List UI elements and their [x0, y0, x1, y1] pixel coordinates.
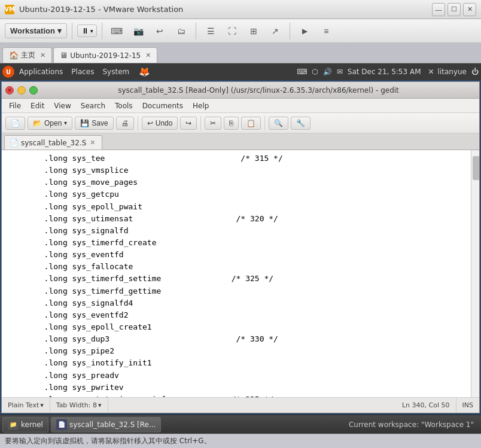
volume-icon: 🔊: [323, 68, 332, 76]
code-line: .long sys_pipe2: [7, 345, 466, 357]
gedit-file-tab[interactable]: 📄 syscall_table_32.S ✕: [4, 135, 102, 150]
user-menu[interactable]: litanyue: [438, 68, 467, 76]
file-tab-name: syscall_table_32.S: [21, 139, 86, 147]
plain-text-dropdown[interactable]: Plain Text ▾: [8, 401, 44, 409]
gedit-help-menu[interactable]: Help: [188, 100, 214, 111]
kernel-taskbar-btn[interactable]: 📁 kernel: [2, 417, 48, 432]
places-menu[interactable]: Places: [68, 66, 98, 77]
cut-button[interactable]: ✂: [205, 117, 221, 130]
gedit-documents-menu[interactable]: Documents: [138, 100, 188, 111]
toolbar-separator: [72, 23, 72, 39]
gedit-statusbar: Plain Text ▾ Tab Width: 8 ▾ Ln 340, Col …: [2, 397, 479, 413]
code-line: .long sys_eventfd2: [7, 309, 466, 321]
gedit-edit-menu[interactable]: Edit: [26, 100, 49, 111]
tab-width-label: Tab Width: 8: [56, 401, 97, 409]
panel-close-icon[interactable]: ✕: [428, 68, 434, 76]
workspace-label: Current workspace: "Workspace 1": [349, 420, 474, 429]
ins-label: INS: [462, 401, 473, 409]
gedit-btn-icon: 📄: [56, 419, 67, 430]
pause-dropdown-icon: ▾: [90, 28, 93, 34]
copy-button[interactable]: ⎘: [224, 117, 239, 130]
vm-settings-button[interactable]: ☰: [201, 23, 220, 39]
minimize-button[interactable]: —: [432, 3, 445, 16]
extra-button[interactable]: ≡: [316, 23, 336, 39]
undo-icon: ↩: [147, 119, 153, 127]
ubuntu-top-panel: U Applications Places System 🦊 ⌨ ⬡ 🔊 ✉ S…: [0, 63, 481, 80]
window-title: Ubuntu-2019-12-15 - VMware Workstation: [19, 5, 427, 14]
find-button[interactable]: 🔍: [269, 117, 288, 130]
gedit-minimize-button[interactable]: [17, 86, 26, 95]
snapshot-button[interactable]: 📷: [129, 23, 148, 39]
ubuntu-tab-close[interactable]: ✕: [145, 51, 151, 59]
code-line: .long sys_signalfd4: [7, 297, 466, 309]
vertical-scrollbar[interactable]: [471, 150, 479, 397]
code-line: .long sys_dup3 /* 330 */: [7, 333, 466, 345]
toolbar-sep-2: [200, 116, 201, 130]
ubuntu-tab-label: Ubuntu-2019-12-15: [70, 51, 141, 60]
filetype-dropdown-icon: ▾: [40, 401, 44, 409]
gedit-file-menu[interactable]: File: [4, 100, 26, 111]
close-button[interactable]: ✕: [463, 3, 476, 16]
open-button[interactable]: 📂 Open ▾: [28, 117, 72, 130]
tab-width-section[interactable]: Tab Width: 8 ▾: [50, 398, 108, 413]
kernel-btn-icon: 📁: [8, 419, 19, 430]
gedit-view-menu[interactable]: View: [49, 100, 75, 111]
code-line: .long sys_epoll_create1: [7, 321, 466, 333]
file-tab-close[interactable]: ✕: [90, 139, 95, 147]
find-icon: 🔍: [274, 119, 283, 127]
code-line: .long sys_inotify_init1: [7, 357, 466, 369]
ln-col-label: Ln 340, Col 50: [402, 401, 450, 409]
workstation-menu[interactable]: Workstation ▾: [5, 23, 67, 38]
maximize-button[interactable]: ☐: [447, 3, 461, 16]
send-to-button[interactable]: ↗: [266, 23, 285, 39]
open-dropdown-icon: ▾: [64, 120, 67, 126]
filetype-section[interactable]: Plain Text ▾: [2, 398, 50, 413]
code-line: .long sys_move_pages: [7, 176, 466, 188]
redo-button[interactable]: ↪: [180, 117, 197, 130]
ubuntu-tab[interactable]: 🖥 Ubuntu-2019-12-15 ✕: [53, 47, 157, 63]
code-line: .long sys_preadv: [7, 370, 466, 382]
notification-text: 要将输入定向到该虚拟机，请将鼠标指针移入其中或按 Ctrl+G。: [5, 436, 211, 446]
code-line: .long sys_fallocate: [7, 261, 466, 273]
gedit-taskbar-btn[interactable]: 📄 syscall_table_32.S [Re...: [51, 417, 161, 432]
fullscreen-button[interactable]: ⛶: [223, 23, 242, 39]
gedit-tools-menu[interactable]: Tools: [110, 100, 138, 111]
applications-menu[interactable]: Applications: [16, 66, 66, 77]
window-controls: — ☐ ✕: [432, 3, 476, 16]
snapshot-manager-button[interactable]: 🗂: [172, 23, 191, 39]
code-line: .long sys_pwritev: [7, 382, 466, 394]
replace-button[interactable]: 🔧: [291, 117, 310, 130]
undo-button[interactable]: ↩ Undo: [142, 117, 178, 130]
code-editor[interactable]: .long sys_tee /* 315 */ .long sys_vmspli…: [2, 150, 479, 397]
scrollbar-thumb[interactable]: [473, 156, 479, 180]
paste-button[interactable]: 📋: [241, 117, 261, 130]
gedit-search-menu[interactable]: Search: [76, 100, 110, 111]
new-button[interactable]: 📄: [5, 117, 25, 130]
print-button[interactable]: 🖨: [116, 117, 134, 130]
home-tab[interactable]: 🏠 主页 ✕: [2, 47, 52, 63]
open-label: Open: [44, 119, 62, 127]
tab-width-dropdown-icon: ▾: [98, 401, 102, 409]
revert-button[interactable]: ↩: [150, 23, 169, 39]
save-button[interactable]: 💾 Save: [75, 117, 113, 130]
shutdown-icon[interactable]: ⏻: [471, 68, 479, 76]
new-icon: 📄: [11, 119, 20, 127]
gedit-tab-bar: 📄 syscall_table_32.S ✕: [2, 133, 479, 150]
workstation-label: Workstation: [10, 26, 55, 35]
code-line: .long sys_signalfd: [7, 225, 466, 237]
unity-button[interactable]: ⊞: [244, 23, 263, 39]
system-menu[interactable]: System: [99, 66, 133, 77]
file-tab-icon: 📄: [10, 139, 19, 147]
save-icon: 💾: [80, 119, 89, 127]
gedit-maximize-button[interactable]: [29, 86, 38, 95]
pause-button[interactable]: ⏸ ▾: [77, 25, 98, 37]
code-line: .long sys_rt_tgsigqueueinfo /* 335 */: [7, 394, 466, 397]
home-tab-close[interactable]: ✕: [40, 51, 45, 59]
clock-display: Sat Dec 21, 5:53 AM: [348, 68, 421, 76]
gedit-toolbar: 📄 📂 Open ▾ 💾 Save 🖨 ↩ Undo: [2, 113, 479, 133]
tab-width-dropdown[interactable]: Tab Width: 8 ▾: [56, 401, 102, 409]
help-button[interactable]: ▶: [295, 23, 314, 39]
send-ctrlaltdel-button[interactable]: ⌨: [107, 23, 126, 39]
gedit-close-button[interactable]: ✕: [5, 86, 14, 95]
toolbar-sep-3: [264, 116, 265, 130]
